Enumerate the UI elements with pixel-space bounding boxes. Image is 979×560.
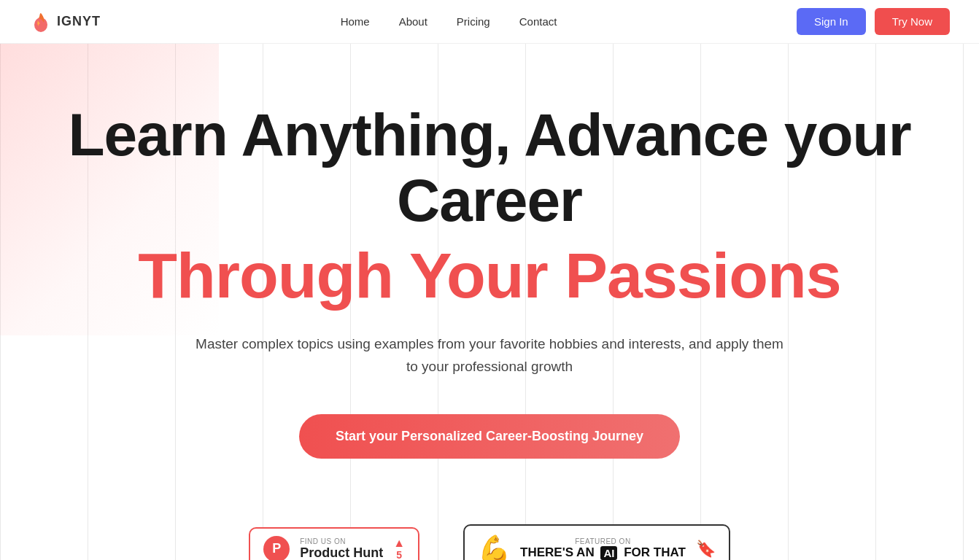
ai-icon: 💪 [478, 533, 510, 560]
hero-subtitle: Master complex topics using examples fro… [190, 333, 789, 378]
hero-section: Learn Anything, Advance your Career Thro… [0, 44, 979, 560]
nav-about[interactable]: About [399, 15, 427, 28]
nav-pricing[interactable]: Pricing [457, 15, 490, 28]
logo[interactable]: IGNYT [29, 10, 101, 34]
logo-text: IGNYT [57, 14, 101, 29]
logo-icon [29, 10, 53, 34]
navbar: IGNYT Home About Pricing Contact Sign In… [0, 0, 979, 44]
product-hunt-text: FIND US ON Product Hunt [300, 537, 383, 560]
product-hunt-find-us: FIND US ON [300, 537, 383, 545]
hero-content: Learn Anything, Advance your Career Thro… [44, 102, 935, 560]
product-hunt-count: ▲ 5 [393, 537, 405, 560]
signin-button[interactable]: Sign In [797, 8, 866, 35]
ai-name-row: THERE'S AN AI FOR THAT [520, 545, 686, 560]
badges-row: P FIND US ON Product Hunt ▲ 5 💪 FEATURED… [44, 524, 935, 560]
ai-name-prefix: THERE'S AN [520, 545, 595, 560]
product-hunt-badge[interactable]: P FIND US ON Product Hunt ▲ 5 [249, 527, 419, 560]
ai-name-highlight: AI [600, 546, 617, 560]
product-hunt-arrow: ▲ [393, 537, 405, 549]
nav-buttons: Sign In Try Now [797, 8, 950, 35]
product-hunt-logo: P [263, 536, 290, 560]
nav-contact[interactable]: Contact [519, 15, 557, 28]
svg-point-0 [34, 18, 47, 32]
hero-title-line1: Learn Anything, Advance your Career [44, 102, 935, 233]
nav-home[interactable]: Home [341, 15, 370, 28]
ai-name-suffix: FOR THAT [624, 545, 686, 560]
hero-title-red: Through Your Passions [44, 241, 935, 311]
ai-text: FEATURED ON THERE'S AN AI FOR THAT [520, 537, 686, 560]
cta-button[interactable]: Start your Personalized Career-Boosting … [299, 414, 680, 459]
trynow-button[interactable]: Try Now [875, 8, 950, 35]
ai-for-that-badge[interactable]: 💪 FEATURED ON THERE'S AN AI FOR THAT 🔖 [463, 524, 730, 560]
product-hunt-number: 5 [396, 549, 402, 560]
ai-arm-icon: 💪 [478, 534, 511, 560]
product-hunt-name: Product Hunt [300, 545, 383, 560]
bookmark-icon: 🔖 [696, 540, 716, 559]
ai-featured-label: FEATURED ON [520, 537, 686, 545]
nav-links: Home About Pricing Contact [341, 15, 557, 28]
